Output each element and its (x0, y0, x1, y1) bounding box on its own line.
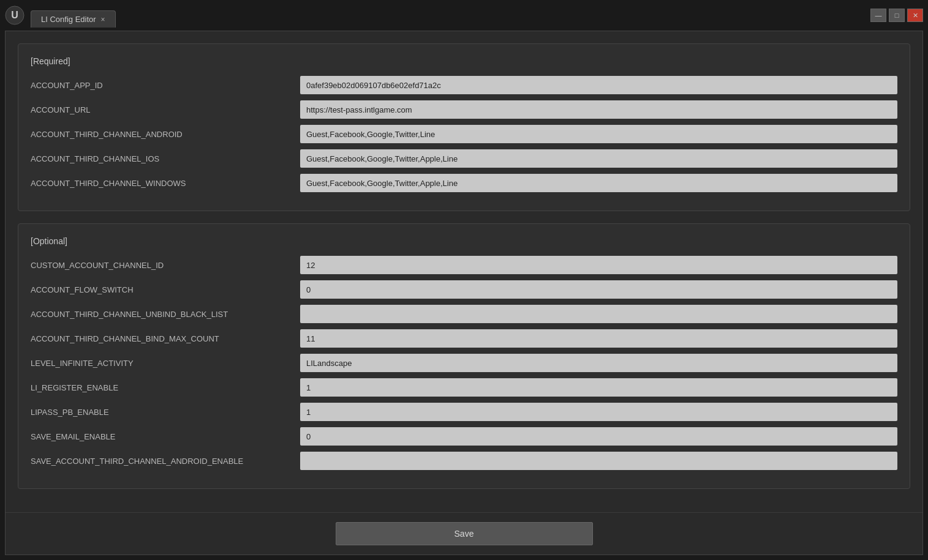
field-row-save-email: SAVE_EMAIL_ENABLE (31, 427, 897, 446)
field-row-save-android-enable: SAVE_ACCOUNT_THIRD_CHANNEL_ANDROID_ENABL… (31, 452, 897, 470)
field-row-level-infinite: LEVEL_INFINITE_ACTIVITY (31, 354, 897, 372)
main-content: [Required] ACCOUNT_APP_ID ACCOUNT_URL AC… (5, 31, 923, 555)
field-row-lipass-pb: LIPASS_PB_ENABLE (31, 403, 897, 421)
title-bar: U LI Config Editor × — □ ✕ (0, 0, 928, 31)
title-bar-left: U LI Config Editor × (5, 6, 116, 25)
label-save-email: SAVE_EMAIL_ENABLE (31, 432, 300, 441)
required-section: [Required] ACCOUNT_APP_ID ACCOUNT_URL AC… (18, 43, 910, 211)
label-custom-channel-id: CUSTOM_ACCOUNT_CHANNEL_ID (31, 261, 300, 270)
label-bind-max-count: ACCOUNT_THIRD_CHANNEL_BIND_MAX_COUNT (31, 334, 300, 343)
label-channel-ios: ACCOUNT_THIRD_CHANNEL_IOS (31, 154, 300, 163)
input-flow-switch[interactable] (300, 280, 897, 299)
input-bind-max-count[interactable] (300, 329, 897, 348)
field-row-flow-switch: ACCOUNT_FLOW_SWITCH (31, 280, 897, 299)
input-account-app-id[interactable] (300, 76, 897, 94)
label-unbind-blacklist: ACCOUNT_THIRD_CHANNEL_UNBIND_BLACK_LIST (31, 310, 300, 319)
input-register-enable[interactable] (300, 378, 897, 397)
input-channel-ios[interactable] (300, 149, 897, 168)
optional-section-header: [Optional] (31, 236, 897, 246)
ue-logo-icon: U (5, 6, 25, 25)
field-row-channel-ios: ACCOUNT_THIRD_CHANNEL_IOS (31, 149, 897, 168)
label-channel-android: ACCOUNT_THIRD_CHANNEL_ANDROID (31, 130, 300, 139)
field-row-channel-windows: ACCOUNT_THIRD_CHANNEL_WINDOWS (31, 174, 897, 192)
input-save-android-enable[interactable] (300, 452, 897, 470)
input-channel-android[interactable] (300, 125, 897, 143)
close-button[interactable]: ✕ (907, 9, 923, 22)
field-row-app-id: ACCOUNT_APP_ID (31, 76, 897, 94)
field-row-channel-android: ACCOUNT_THIRD_CHANNEL_ANDROID (31, 125, 897, 143)
input-save-email[interactable] (300, 427, 897, 446)
input-custom-channel-id[interactable] (300, 256, 897, 274)
label-level-infinite: LEVEL_INFINITE_ACTIVITY (31, 359, 300, 368)
bottom-bar: Save (6, 512, 922, 554)
field-row-register-enable: LI_REGISTER_ENABLE (31, 378, 897, 397)
window-controls: — □ ✕ (870, 9, 923, 22)
label-flow-switch: ACCOUNT_FLOW_SWITCH (31, 285, 300, 294)
label-account-app-id: ACCOUNT_APP_ID (31, 81, 300, 90)
input-unbind-blacklist[interactable] (300, 305, 897, 323)
minimize-button[interactable]: — (870, 9, 886, 22)
save-button[interactable]: Save (336, 522, 593, 545)
label-account-url: ACCOUNT_URL (31, 105, 300, 114)
tab-label: LI Config Editor (41, 15, 96, 24)
input-channel-windows[interactable] (300, 174, 897, 192)
field-row-account-url: ACCOUNT_URL (31, 100, 897, 119)
label-channel-windows: ACCOUNT_THIRD_CHANNEL_WINDOWS (31, 179, 300, 188)
scroll-area[interactable]: [Required] ACCOUNT_APP_ID ACCOUNT_URL AC… (6, 31, 922, 512)
editor-tab[interactable]: LI Config Editor × (31, 10, 116, 28)
label-register-enable: LI_REGISTER_ENABLE (31, 383, 300, 392)
svg-text:U: U (11, 10, 18, 20)
field-row-custom-channel-id: CUSTOM_ACCOUNT_CHANNEL_ID (31, 256, 897, 274)
input-lipass-pb[interactable] (300, 403, 897, 421)
tab-close-button[interactable]: × (101, 15, 105, 24)
field-row-bind-max-count: ACCOUNT_THIRD_CHANNEL_BIND_MAX_COUNT (31, 329, 897, 348)
label-save-android-enable: SAVE_ACCOUNT_THIRD_CHANNEL_ANDROID_ENABL… (31, 457, 300, 466)
field-row-unbind-blacklist: ACCOUNT_THIRD_CHANNEL_UNBIND_BLACK_LIST (31, 305, 897, 323)
optional-section: [Optional] CUSTOM_ACCOUNT_CHANNEL_ID ACC… (18, 223, 910, 489)
required-section-header: [Required] (31, 56, 897, 66)
input-account-url[interactable] (300, 100, 897, 119)
maximize-button[interactable]: □ (889, 9, 905, 22)
input-level-infinite[interactable] (300, 354, 897, 372)
label-lipass-pb: LIPASS_PB_ENABLE (31, 408, 300, 417)
